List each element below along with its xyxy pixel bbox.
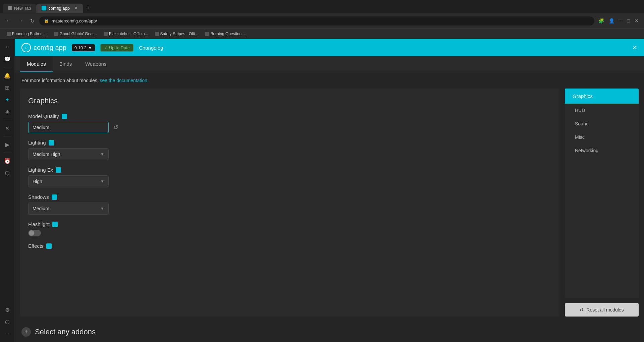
nav-item-sound[interactable]: Sound — [565, 117, 639, 130]
reload-button[interactable]: ↻ — [28, 16, 37, 25]
lighting-dropdown-trigger[interactable]: Medium High ▼ — [28, 148, 109, 160]
flashlight-label: Flashlight — [28, 221, 50, 227]
sidebar-icon-box[interactable]: ⬡ — [2, 168, 13, 178]
info-bar: For more information about modules, see … — [15, 72, 644, 89]
bookmark-label-2: Ghoul Gibbin' Gear... — [59, 32, 97, 36]
lighting-info-icon[interactable] — [49, 140, 54, 146]
nav-panel: Graphics HUD Sound Misc Networking — [565, 89, 639, 298]
lighting-chevron-icon: ▼ — [100, 152, 104, 157]
sidebar-icon-user[interactable]: ○ — [2, 42, 13, 52]
shadows-dropdown-trigger[interactable]: Medium ▼ — [28, 203, 109, 215]
browser-tab-new-tab[interactable]: New Tab — [3, 4, 36, 13]
bookmark-1[interactable]: Founding Father -... — [4, 31, 50, 37]
shadows-info-icon[interactable] — [52, 194, 57, 200]
browser-tabs-bar: New Tab comfig app ✕ + — [0, 0, 644, 13]
shadows-label-row: Shadows — [28, 194, 551, 200]
sidebar-divider-1 — [3, 67, 11, 67]
lock-icon: 🔒 — [44, 18, 49, 23]
lighting-ex-info-icon[interactable] — [56, 167, 61, 173]
flashlight-info-icon[interactable] — [52, 222, 58, 227]
model-quality-reset-button[interactable]: ↺ — [112, 122, 120, 132]
sidebar-icon-settings[interactable]: ⚙ — [2, 304, 13, 315]
reset-all-button[interactable]: ↺ Reset all modules — [565, 303, 639, 317]
section-title: Graphics — [28, 97, 551, 105]
right-sidebar: Graphics HUD Sound Misc Networking ↺ Res… — [565, 89, 639, 317]
version-badge[interactable]: 9.10.2 ▼ — [72, 44, 95, 51]
nav-item-misc[interactable]: Misc — [565, 130, 639, 144]
tab-close-button[interactable]: ✕ — [74, 6, 78, 10]
lighting-ex-chevron-icon: ▼ — [100, 179, 104, 184]
bookmark-3[interactable]: Flakcatcher - Officia... — [101, 31, 151, 37]
addon-plus-button[interactable]: + — [21, 327, 31, 337]
update-status-badge: ✓ Up to Date — [100, 44, 133, 52]
sidebar-icon-bell[interactable]: 🔔 — [2, 70, 13, 81]
tab-label-comfig: comfig app — [48, 6, 70, 11]
doc-link[interactable]: see the documentation. — [100, 78, 149, 83]
nav-item-graphics[interactable]: Graphics — [565, 89, 639, 104]
sidebar-icon-stream[interactable]: ▶ — [2, 139, 13, 150]
app-title: comfig app — [34, 44, 66, 52]
sidebar-icon-grid[interactable]: ⊞ — [2, 82, 13, 93]
shadows-dropdown[interactable]: Medium ▼ — [28, 203, 109, 215]
sidebar-divider-2 — [3, 120, 11, 120]
settings-panel: Graphics Model Quality ↺ — [20, 89, 559, 317]
bookmark-4[interactable]: Safety Stripes - Offi... — [152, 31, 201, 37]
browser-chrome: New Tab comfig app ✕ + ← → ↻ 🔒 mastercom… — [0, 0, 644, 39]
sidebar-icon-clock[interactable]: ⏰ — [2, 156, 13, 166]
bookmark-5[interactable]: Burning Question -... — [202, 31, 250, 37]
sidebar-icon-camera[interactable]: ⬡ — [2, 317, 13, 327]
effects-info-icon[interactable] — [46, 243, 52, 249]
new-tab-button[interactable]: + — [83, 4, 93, 12]
lighting-value: Medium High — [33, 152, 60, 157]
back-button[interactable]: ← — [4, 16, 13, 25]
model-quality-input-row: ↺ — [28, 122, 551, 133]
bookmarks-bar: Founding Father -... Ghoul Gibbin' Gear.… — [0, 28, 644, 39]
panel-layout: Graphics Model Quality ↺ — [15, 89, 644, 322]
nav-item-networking[interactable]: Networking — [565, 144, 639, 157]
tabs-bar: Modules Binds Weapons — [15, 56, 644, 72]
profile-icon[interactable]: 👤 — [607, 17, 616, 25]
bookmark-label-5: Burning Question -... — [210, 32, 247, 36]
sidebar-icon-x[interactable]: ✕ — [2, 123, 13, 133]
bookmark-2[interactable]: Ghoul Gibbin' Gear... — [51, 31, 100, 37]
browser-nav-bar: ← → ↻ 🔒 mastercomfig.com/app/ 🧩 👤 ─ □ ✕ — [0, 13, 644, 28]
model-quality-input[interactable] — [28, 122, 109, 133]
app-close-button[interactable]: ✕ — [632, 44, 637, 51]
tab-binds[interactable]: Binds — [53, 56, 79, 72]
browser-tab-comfig[interactable]: comfig app ✕ — [36, 4, 83, 13]
minimize-icon[interactable]: ─ — [618, 17, 624, 25]
tab-label: New Tab — [14, 6, 31, 11]
browser-close-icon[interactable]: ✕ — [633, 17, 640, 25]
maximize-icon[interactable]: □ — [626, 17, 631, 25]
sidebar-icon-puzzle[interactable]: ✦ — [2, 94, 13, 105]
forward-button[interactable]: → — [16, 16, 25, 25]
lighting-ex-dropdown-trigger[interactable]: High ▼ — [28, 175, 109, 187]
shadows-value: Medium — [33, 206, 49, 211]
url-bar[interactable]: 🔒 mastercomfig.com/app/ — [39, 16, 594, 25]
extensions-icon[interactable]: 🧩 — [597, 17, 605, 25]
model-quality-label: Model Quality — [28, 113, 59, 119]
flashlight-toggle[interactable] — [28, 230, 41, 236]
lighting-ex-dropdown[interactable]: High ▼ — [28, 175, 109, 187]
sidebar-icon-badge[interactable]: ◈ — [2, 106, 13, 117]
nav-item-hud[interactable]: HUD — [565, 104, 639, 117]
sidebar-icon-more[interactable]: ··· — [2, 329, 13, 339]
tab-modules[interactable]: Modules — [20, 56, 53, 72]
lighting-group: Lighting Medium High ▼ — [28, 140, 551, 160]
info-text: For more information about modules, — [21, 78, 99, 83]
bookmark-favicon-5 — [205, 32, 209, 36]
tab-favicon — [8, 6, 12, 10]
sidebar-divider-4 — [3, 153, 11, 153]
lighting-label: Lighting — [28, 140, 46, 146]
changelog-link[interactable]: Changelog — [139, 45, 163, 51]
sidebar-icon-chat[interactable]: 💬 — [2, 54, 13, 64]
lighting-dropdown[interactable]: Medium High ▼ — [28, 148, 109, 160]
effects-label: Effects — [28, 243, 44, 249]
flashlight-group: Flashlight — [28, 221, 551, 236]
model-quality-info-icon[interactable] — [62, 114, 67, 119]
bookmark-label-1: Founding Father -... — [12, 32, 47, 36]
flashlight-label-row: Flashlight — [28, 221, 551, 227]
app-layout: ○ 💬 🔔 ⊞ ✦ ◈ ✕ ▶ ⏰ ⬡ ⚙ ⬡ ··· ○ comfig app… — [0, 39, 644, 342]
tab-weapons[interactable]: Weapons — [78, 56, 113, 72]
shadows-label: Shadows — [28, 194, 49, 200]
